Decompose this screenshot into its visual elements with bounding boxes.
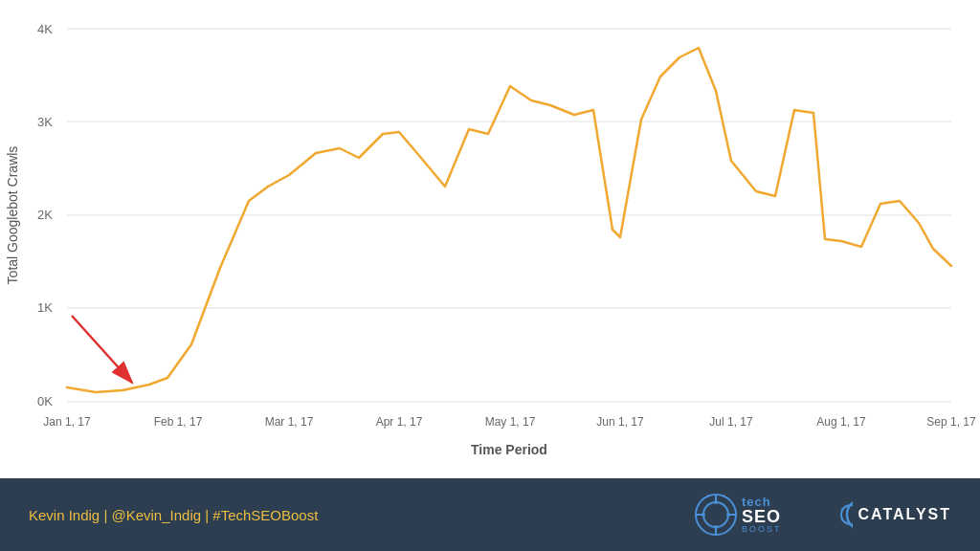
line-chart: 0K 1K 2K 3K 4K Jan 1, 17 Feb 1, 17 Mar 1…	[0, 0, 980, 478]
crawl-line	[67, 48, 951, 392]
y-tick-3k: 3K	[37, 115, 53, 129]
footer: Kevin Indig | @Kevin_Indig | #TechSEOBoo…	[0, 478, 980, 551]
y-tick-2k: 2K	[37, 208, 53, 222]
annotation-arrow	[72, 316, 132, 383]
y-axis-label: Total Googlebot Crawls	[5, 146, 20, 285]
svg-point-14	[714, 500, 718, 504]
x-tick-apr: Apr 1, 17	[376, 415, 423, 429]
y-tick-0k: 0K	[37, 394, 53, 408]
svg-point-15	[714, 525, 718, 529]
x-tick-mar: Mar 1, 17	[265, 415, 314, 429]
svg-point-12	[702, 513, 705, 517]
catalyst-text: CATALYST	[858, 506, 951, 523]
x-tick-jul: Jul 1, 17	[709, 415, 753, 429]
catalyst-logo: CATALYST	[811, 494, 951, 536]
footer-attribution: Kevin Indig | @Kevin_Indig | #TechSEOBoo…	[29, 507, 694, 523]
chart-area: 0K 1K 2K 3K 4K Jan 1, 17 Feb 1, 17 Mar 1…	[0, 0, 980, 478]
x-tick-may: May 1, 17	[485, 415, 536, 429]
y-tick-1k: 1K	[37, 300, 53, 315]
x-tick-feb: Feb 1, 17	[154, 415, 203, 429]
svg-point-7	[703, 502, 728, 527]
techseo-icon	[694, 493, 738, 537]
techseo-text: tech SEO BOOST	[742, 496, 782, 534]
footer-logos: tech SEO BOOST CATALYST	[694, 493, 951, 537]
catalyst-icon	[811, 494, 853, 536]
techseo-logo: tech SEO BOOST	[694, 493, 782, 537]
svg-point-13	[726, 513, 730, 517]
x-tick-jun: Jun 1, 17	[596, 415, 644, 429]
x-tick-jan: Jan 1, 17	[43, 415, 91, 429]
y-tick-4k: 4K	[37, 22, 53, 36]
svg-line-17	[841, 519, 847, 524]
x-tick-sep: Sep 1, 17	[926, 415, 976, 429]
x-axis-label: Time Period	[471, 442, 547, 457]
x-tick-aug: Aug 1, 17	[816, 415, 866, 429]
